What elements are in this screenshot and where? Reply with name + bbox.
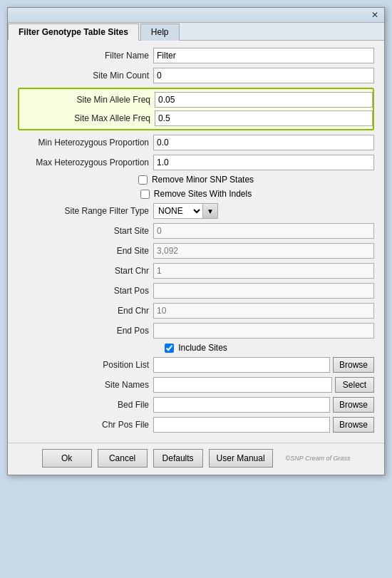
bed-file-label: Bed File [18, 400, 153, 410]
end-chr-row: End Chr [18, 303, 374, 319]
end-pos-label: End Pos [18, 326, 153, 336]
chr-pos-file-row: Chr Pos File Browse [18, 417, 374, 433]
site-range-filter-type-select[interactable]: NONE [153, 203, 203, 219]
site-min-allele-freq-row: Site Min Allele Freq [19, 92, 373, 108]
min-heterozygous-input[interactable] [153, 135, 374, 150]
tab-bar: Filter Genotype Table Sites Help [8, 23, 384, 41]
site-range-filter-type-wrapper: NONE ▼ [153, 203, 218, 219]
position-list-label: Position List [18, 360, 153, 370]
defaults-button[interactable]: Defaults [153, 449, 203, 468]
min-heterozygous-row: Min Heterozygous Proportion [18, 135, 374, 150]
start-pos-row: Start Pos [18, 283, 374, 299]
position-list-browse-button[interactable]: Browse [333, 357, 374, 373]
dropdown-arrow-icon[interactable]: ▼ [202, 203, 218, 219]
min-heterozygous-label: Min Heterozygous Proportion [18, 138, 153, 148]
start-chr-label: Start Chr [18, 266, 153, 276]
site-max-allele-freq-input[interactable] [155, 110, 373, 126]
filter-name-input[interactable] [153, 48, 374, 63]
end-pos-input[interactable] [153, 323, 374, 339]
bed-file-browse-button[interactable]: Browse [333, 397, 374, 413]
max-heterozygous-label: Max Heterozygous Proportion [18, 158, 153, 167]
tab-filter-genotype[interactable]: Filter Genotype Table Sites [8, 24, 139, 41]
remove-sites-indels-label: Remove Sites With Indels [154, 189, 252, 199]
site-range-filter-type-row: Site Range Filter Type NONE ▼ [18, 203, 374, 219]
allele-freq-group: Site Min Allele Freq Site Max Allele Fre… [18, 88, 374, 130]
max-heterozygous-row: Max Heterozygous Proportion [18, 155, 374, 170]
site-names-select-button[interactable]: Select [335, 377, 374, 393]
bed-file-row: Bed File Browse [18, 397, 374, 413]
site-min-count-input[interactable] [153, 68, 374, 83]
bottom-bar: Ok Cancel Defaults User Manual ©SNP Crea… [8, 443, 384, 475]
start-pos-label: Start Pos [18, 286, 153, 296]
start-site-row: Start Site [18, 223, 374, 239]
main-window: ✕ Filter Genotype Table Sites Help Filte… [7, 7, 385, 475]
site-max-allele-freq-label: Site Max Allele Freq [19, 113, 155, 123]
close-button[interactable]: ✕ [368, 9, 381, 21]
chr-pos-file-browse-button[interactable]: Browse [333, 417, 374, 433]
end-chr-input[interactable] [153, 303, 374, 319]
remove-sites-indels-row: Remove Sites With Indels [18, 189, 374, 199]
user-manual-button[interactable]: User Manual [209, 449, 273, 468]
end-site-row: End Site [18, 243, 374, 259]
remove-sites-indels-checkbox[interactable] [140, 190, 150, 199]
site-min-count-label: Site Min Count [18, 71, 153, 81]
position-list-input[interactable] [153, 357, 330, 373]
site-names-input[interactable] [153, 377, 332, 393]
site-range-filter-type-label: Site Range Filter Type [18, 206, 153, 216]
start-chr-input[interactable] [153, 263, 374, 279]
site-min-allele-freq-label: Site Min Allele Freq [19, 95, 155, 105]
remove-minor-snp-label: Remove Minor SNP States [152, 175, 254, 185]
start-pos-input[interactable] [153, 283, 374, 299]
max-heterozygous-input[interactable] [153, 155, 374, 170]
cancel-button[interactable]: Cancel [98, 449, 148, 468]
position-list-row: Position List Browse [18, 357, 374, 373]
form-content: Filter Name Site Min Count Site Min Alle… [8, 41, 384, 443]
chr-pos-file-input[interactable] [153, 417, 330, 433]
chr-pos-file-label: Chr Pos File [18, 420, 153, 430]
include-sites-label: Include Sites [178, 343, 227, 353]
ok-button[interactable]: Ok [42, 449, 92, 468]
end-site-input[interactable] [153, 243, 374, 259]
bed-file-input[interactable] [153, 397, 330, 413]
watermark-text: ©SNP Cream of Grass [286, 455, 351, 462]
end-site-label: End Site [18, 246, 153, 256]
site-names-label: Site Names [18, 380, 153, 390]
site-min-allele-freq-input[interactable] [155, 92, 373, 108]
include-sites-row: Include Sites [18, 343, 374, 353]
start-site-input[interactable] [153, 223, 374, 239]
filter-name-label: Filter Name [18, 51, 153, 61]
site-names-row: Site Names Select [18, 377, 374, 393]
filter-name-row: Filter Name [18, 48, 374, 63]
remove-minor-snp-checkbox[interactable] [138, 175, 148, 185]
site-max-allele-freq-row: Site Max Allele Freq [19, 110, 373, 126]
site-min-count-row: Site Min Count [18, 68, 374, 83]
title-bar: ✕ [8, 8, 384, 23]
start-chr-row: Start Chr [18, 263, 374, 279]
remove-minor-snp-row: Remove Minor SNP States [18, 175, 374, 185]
include-sites-checkbox[interactable] [165, 344, 174, 353]
tab-help[interactable]: Help [140, 24, 180, 41]
start-site-label: Start Site [18, 226, 153, 236]
end-chr-label: End Chr [18, 306, 153, 316]
end-pos-row: End Pos [18, 323, 374, 339]
